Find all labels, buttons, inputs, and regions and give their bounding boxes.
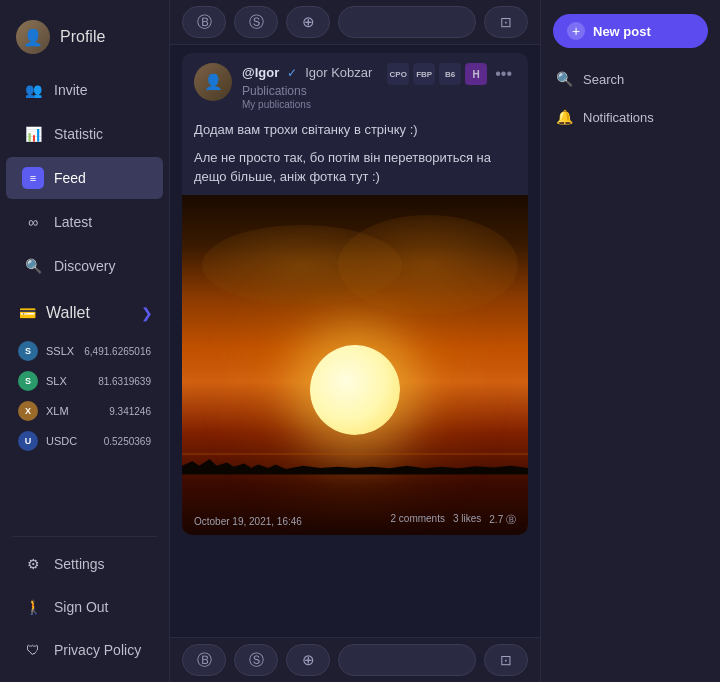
xlm-amount: 9.341246: [109, 406, 151, 417]
likes-count: 3 likes: [453, 513, 481, 527]
image-date: October 19, 2021, 16:46: [194, 516, 302, 527]
notifications-item[interactable]: 🔔 Notifications: [541, 98, 720, 136]
top-btn-s[interactable]: Ⓢ: [234, 6, 278, 38]
post-text-1: Додам вам трохи світанку в стрічку :): [182, 116, 528, 148]
privacy-label: Privacy Policy: [54, 642, 141, 658]
post-username-line: @Igor ✓ Igor Kobzar: [242, 63, 377, 81]
new-post-label: New post: [593, 24, 651, 39]
bottom-btn-plus[interactable]: ⊕: [286, 644, 330, 676]
post-display-name: Igor Kobzar: [305, 65, 372, 80]
post-header: 👤 @Igor ✓ Igor Kobzar Publications My pu…: [182, 53, 528, 116]
search-label: Search: [583, 72, 624, 87]
sun: [310, 345, 400, 435]
sslx-name: SSLX: [46, 345, 74, 357]
invite-icon: 👥: [22, 79, 44, 101]
discovery-icon: 🔍: [22, 255, 44, 277]
top-btn-plus-icon: ⊕: [302, 13, 315, 31]
top-btn-wide: [338, 6, 476, 38]
sidebar-bottom: ⚙ Settings 🚶 Sign Out 🛡 Privacy Policy: [0, 530, 169, 672]
search-item[interactable]: 🔍 Search: [541, 60, 720, 98]
sidebar-item-discovery[interactable]: 🔍 Discovery: [6, 245, 163, 287]
wallet-arrow-icon: ❯: [141, 305, 153, 321]
latest-icon: ∞: [22, 211, 44, 233]
sidebar-item-latest[interactable]: ∞ Latest: [6, 201, 163, 243]
coin-usdc: U USDC 0.5250369: [6, 426, 163, 456]
top-btn-plus[interactable]: ⊕: [286, 6, 330, 38]
main-content: Ⓑ Ⓢ ⊕ ⊡ 👤 @Igor ✓ Igor Kobzar: [170, 0, 540, 682]
coin-xlm: X XLM 9.341246: [6, 396, 163, 426]
post-card: 👤 @Igor ✓ Igor Kobzar Publications My pu…: [182, 53, 528, 535]
profile-item[interactable]: 👤 Profile: [0, 10, 169, 64]
xlm-name: XLM: [46, 405, 69, 417]
sidebar-divider: [12, 536, 157, 537]
cloud-right: [338, 215, 518, 315]
new-post-button[interactable]: + New post: [553, 14, 708, 48]
bottom-btn-wide: [338, 644, 476, 676]
post-icons: CPO FBP B6 H •••: [387, 63, 516, 85]
sidebar: 👤 Profile 👥 Invite 📊 Statistic ≡ Feed ∞ …: [0, 0, 170, 682]
post-publication: Publications: [242, 84, 307, 98]
feed-icon: ≡: [22, 167, 44, 189]
xlm-icon: X: [18, 401, 38, 421]
latest-label: Latest: [54, 214, 92, 230]
right-panel: + New post 🔍 Search 🔔 Notifications: [540, 0, 720, 682]
amount-count: 2.7 Ⓑ: [489, 513, 516, 527]
settings-icon: ⚙: [22, 553, 44, 575]
sslx-amount: 6,491.6265016: [84, 346, 151, 357]
sidebar-item-feed[interactable]: ≡ Feed: [6, 157, 163, 199]
slx-name: SLX: [46, 375, 67, 387]
post-text-2: Але не просто так, бо потім він перетвор…: [182, 148, 528, 195]
sidebar-item-statistic[interactable]: 📊 Statistic: [6, 113, 163, 155]
slx-icon: S: [18, 371, 38, 391]
tree-silhouette: [182, 453, 528, 475]
wallet-icon: 💳: [16, 302, 38, 324]
invite-label: Invite: [54, 82, 87, 98]
bottom-btn-s-icon: Ⓢ: [249, 651, 264, 670]
wallet-label: Wallet: [46, 304, 90, 322]
bottom-btn-reply[interactable]: ⊡: [484, 644, 528, 676]
post-user-info: @Igor ✓ Igor Kobzar Publications My publ…: [242, 63, 377, 110]
verified-badge: ✓: [287, 66, 297, 80]
b6-icon: B6: [439, 63, 461, 85]
notifications-label: Notifications: [583, 110, 654, 125]
wallet-header[interactable]: 💳 Wallet ❯: [6, 292, 163, 334]
post-avatar: 👤: [194, 63, 232, 101]
coin-sslx: S SSLX 6,491.6265016: [6, 336, 163, 366]
discovery-label: Discovery: [54, 258, 115, 274]
cpo-icon: CPO: [387, 63, 409, 85]
feed-label: Feed: [54, 170, 86, 186]
coin-slx: S SLX 81.6319639: [6, 366, 163, 396]
horizon-line: [182, 453, 528, 455]
sidebar-item-settings[interactable]: ⚙ Settings: [6, 543, 163, 585]
notifications-icon: 🔔: [555, 108, 573, 126]
bottom-reply-icon: ⊡: [500, 652, 512, 668]
bottom-bar: Ⓑ Ⓢ ⊕ ⊡: [170, 637, 540, 682]
top-btn-reply[interactable]: ⊡: [484, 6, 528, 38]
signout-label: Sign Out: [54, 599, 108, 615]
usdc-icon: U: [18, 431, 38, 451]
search-icon: 🔍: [555, 70, 573, 88]
feed-area: 👤 @Igor ✓ Igor Kobzar Publications My pu…: [170, 45, 540, 637]
plus-icon: +: [567, 22, 585, 40]
sidebar-item-privacy[interactable]: 🛡 Privacy Policy: [6, 629, 163, 671]
comments-count: 2 comments: [390, 513, 444, 527]
top-btn-b[interactable]: Ⓑ: [182, 6, 226, 38]
slx-amount: 81.6319639: [98, 376, 151, 387]
bottom-btn-s[interactable]: Ⓢ: [234, 644, 278, 676]
sslx-icon: S: [18, 341, 38, 361]
sidebar-item-invite[interactable]: 👥 Invite: [6, 69, 163, 111]
avatar: 👤: [16, 20, 50, 54]
reply-icon: ⊡: [500, 14, 512, 30]
fbp-icon: FBP: [413, 63, 435, 85]
usdc-amount: 0.5250369: [104, 436, 151, 447]
wallet-section: 💳 Wallet ❯ S SSLX 6,491.6265016 S SLX 81…: [6, 292, 163, 460]
statistic-label: Statistic: [54, 126, 103, 142]
bottom-btn-b[interactable]: Ⓑ: [182, 644, 226, 676]
profile-label: Profile: [60, 28, 105, 46]
sidebar-item-signout[interactable]: 🚶 Sign Out: [6, 586, 163, 628]
post-username: @Igor: [242, 65, 279, 80]
post-more-menu[interactable]: •••: [491, 65, 516, 83]
privacy-icon: 🛡: [22, 639, 44, 661]
usdc-name: USDC: [46, 435, 77, 447]
post-image: October 19, 2021, 16:46 2 comments 3 lik…: [182, 195, 528, 535]
